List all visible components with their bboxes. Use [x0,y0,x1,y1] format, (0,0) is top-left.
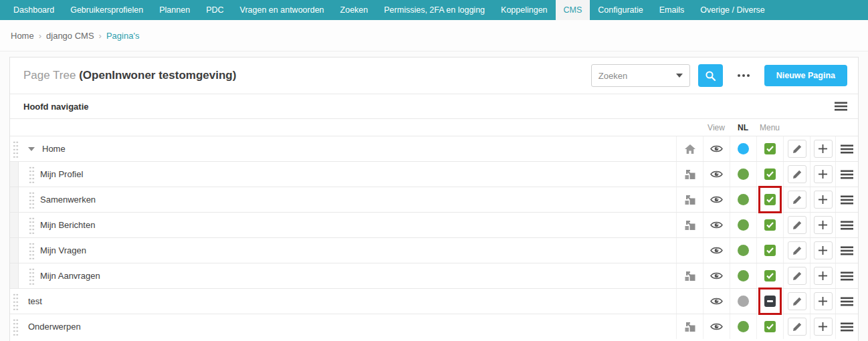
eye-icon[interactable] [710,297,723,306]
row-menu-cell [756,136,783,161]
hamburger-icon[interactable] [841,144,853,154]
new-page-button[interactable]: Nieuwe Pagina [764,65,847,86]
row-type-cell [676,162,703,187]
hamburger-icon[interactable] [841,246,853,255]
row-label[interactable]: Mijn Profiel [40,169,83,179]
row-add-cell [810,238,835,263]
edit-button[interactable] [788,165,806,183]
language-status-dot[interactable] [738,168,749,180]
add-button[interactable] [814,165,833,183]
nav-item-cms[interactable]: CMS [556,0,590,20]
language-status-dot[interactable] [738,296,749,307]
nav-item-permissies-2fa-en-logging[interactable]: Permissies, 2FA en logging [376,0,493,20]
menu-checkbox[interactable] [764,270,776,281]
menu-checkbox[interactable] [764,296,776,307]
caret-down-icon[interactable] [28,147,35,151]
nav-item-configuratie[interactable]: Configuratie [590,0,651,20]
row-label-cell: Home [10,136,676,161]
edit-button[interactable] [788,241,806,259]
row-type-cell [676,238,703,263]
plus-icon [819,170,827,179]
add-button[interactable] [814,267,833,285]
edit-button[interactable] [788,191,806,209]
column-header-nl: NL [730,123,756,132]
row-label[interactable]: Home [42,144,66,154]
breadcrumb-django-cms[interactable]: django CMS [46,31,94,41]
edit-button[interactable] [788,140,806,158]
eye-icon[interactable] [710,246,723,255]
eye-icon[interactable] [710,170,723,179]
language-status-dot[interactable] [738,219,749,231]
row-view-cell [703,187,730,212]
language-status-dot[interactable] [738,321,749,332]
eye-icon[interactable] [710,195,723,204]
add-button[interactable] [814,318,833,336]
edit-button[interactable] [788,318,806,336]
edit-button[interactable] [788,267,806,285]
check-icon [766,273,774,279]
hamburger-icon[interactable] [841,297,853,306]
more-options-button[interactable] [731,64,756,87]
add-button[interactable] [814,140,833,158]
add-button[interactable] [814,191,833,209]
drag-handle[interactable] [13,292,19,310]
nav-item-overige-diverse[interactable]: Overige / Diverse [692,0,773,20]
row-edit-cell [783,213,810,237]
search-select[interactable]: Zoeken [591,64,690,87]
nav-item-pdc[interactable]: PDC [198,0,231,20]
hamburger-icon[interactable] [841,271,853,281]
menu-checkbox[interactable] [764,168,776,180]
add-button[interactable] [814,241,833,259]
drag-handle[interactable] [29,267,35,285]
language-status-dot[interactable] [738,194,749,205]
menu-checkbox[interactable] [764,219,776,231]
edit-button[interactable] [788,216,806,234]
nav-item-koppelingen[interactable]: Koppelingen [493,0,556,20]
drag-handle[interactable] [13,140,19,158]
nav-item-dashboard[interactable]: Dashboard [5,0,62,20]
menu-checkbox[interactable] [764,143,776,154]
language-status-dot[interactable] [738,143,749,154]
nav-item-zoeken[interactable]: Zoeken [332,0,376,20]
hamburger-icon[interactable] [841,195,853,205]
nav-item-emails[interactable]: Emails [651,0,693,20]
hamburger-icon[interactable] [841,221,853,230]
drag-handle[interactable] [13,318,19,336]
language-status-dot[interactable] [738,270,749,281]
drag-handle[interactable] [29,191,35,209]
row-menu-cell [756,187,783,212]
row-label[interactable]: Mijn Vragen [40,245,86,255]
eye-icon[interactable] [710,221,723,229]
search-button[interactable] [698,64,723,87]
nav-item-gebruikersprofielen[interactable]: Gebruikersprofielen [62,0,151,20]
eye-icon[interactable] [710,322,723,331]
breadcrumb-home[interactable]: Home [11,31,34,41]
add-button[interactable] [814,292,833,310]
row-label[interactable]: Onderwerpen [28,322,81,332]
row-edit-cell [783,289,810,314]
section-menu-button[interactable] [835,102,847,111]
row-label[interactable]: Mijn Berichten [40,220,95,230]
hamburger-icon[interactable] [841,322,853,332]
row-label[interactable]: test [28,296,42,306]
indent-strip [10,187,19,212]
nav-item-plannen[interactable]: Plannen [151,0,198,20]
drag-handle[interactable] [29,216,35,234]
magnifier-icon [705,70,716,82]
language-status-dot[interactable] [738,245,749,256]
add-button[interactable] [814,216,833,234]
edit-button[interactable] [788,292,806,310]
menu-checkbox[interactable] [764,194,776,205]
drag-handle[interactable] [29,241,35,259]
eye-icon[interactable] [710,271,723,280]
row-label[interactable]: Mijn Aanvragen [40,271,100,281]
hamburger-icon[interactable] [841,170,853,179]
row-options-cell [835,314,858,339]
menu-checkbox[interactable] [764,321,776,332]
eye-icon[interactable] [710,144,723,153]
row-label[interactable]: Samenwerken [40,195,96,205]
tree-row-mijn-berichten: Mijn Berichten [10,212,858,237]
drag-handle[interactable] [29,165,35,183]
menu-checkbox[interactable] [764,245,776,256]
nav-item-vragen-en-antwoorden[interactable]: Vragen en antwoorden [232,0,332,20]
